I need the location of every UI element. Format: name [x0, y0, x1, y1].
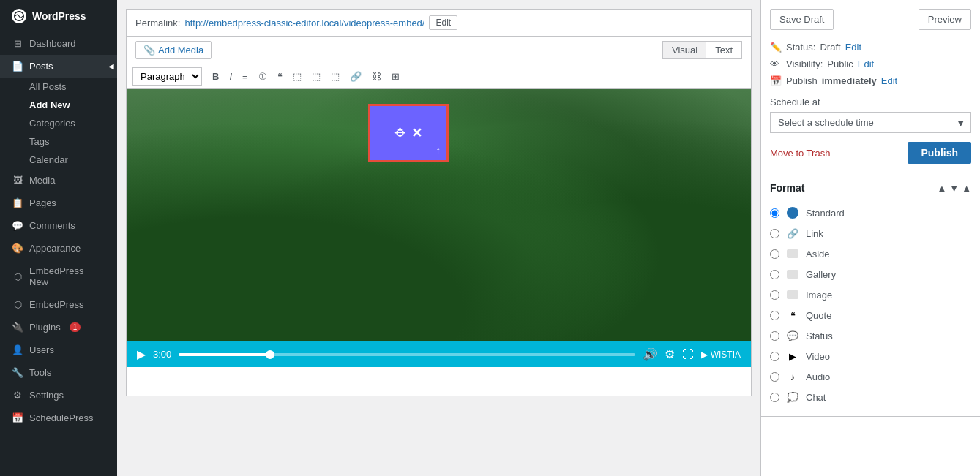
bold-button[interactable]: B	[208, 69, 223, 84]
play-button[interactable]: ▶	[137, 347, 146, 361]
users-icon: 👤	[12, 344, 23, 355]
sidebar-item-settings[interactable]: ⚙ Settings	[0, 384, 117, 407]
sidebar-item-embedpress-new[interactable]: ⬡ EmbedPress New	[0, 260, 117, 293]
format-label-aside: Aside	[806, 249, 830, 260]
sidebar-item-appearance[interactable]: 🎨 Appearance	[0, 237, 117, 260]
site-logo[interactable]: WordPress	[0, 0, 117, 32]
sidebar-item-comments[interactable]: 💬 Comments	[0, 214, 117, 237]
gallery-icon	[785, 267, 800, 282]
format-radio-standard[interactable]	[770, 208, 779, 218]
schedule-select[interactable]: Select a schedule time	[770, 112, 971, 133]
move-to-trash-link[interactable]: Move to Trash	[770, 148, 830, 159]
right-sidebar: Save Draft Preview ✏️ Status: Draft Edit…	[760, 0, 980, 476]
permalink-label: Permalink:	[135, 18, 180, 29]
embedpress-icon: ⬡	[12, 299, 23, 310]
quote-icon: ❝	[785, 308, 800, 322]
sidebar-item-users[interactable]: 👤 Users	[0, 339, 117, 361]
align-center-button[interactable]: ⬚	[307, 69, 325, 84]
add-new-label: Add New	[29, 99, 70, 110]
publish-button[interactable]: Publish	[908, 142, 971, 164]
sidebar-label-embedpress-new: EmbedPress New	[29, 265, 105, 287]
table-button[interactable]: ⊞	[387, 69, 404, 84]
plugins-icon: 🔌	[12, 322, 23, 333]
chat-icon: 💭	[785, 390, 800, 404]
sidebar-sub-calendar[interactable]: Calendar	[0, 151, 117, 169]
volume-button[interactable]: 🔊	[643, 347, 657, 361]
text-tab[interactable]: Text	[706, 42, 741, 58]
publish-panel-header: Save Draft Preview	[770, 9, 971, 30]
panel-close-button[interactable]: ▲	[962, 183, 971, 194]
unordered-list-button[interactable]: ≡	[238, 69, 253, 84]
italic-button[interactable]: I	[225, 69, 236, 84]
format-radio-link[interactable]	[770, 229, 779, 238]
visibility-edit-link[interactable]: Edit	[858, 58, 874, 69]
preview-button[interactable]: Preview	[919, 9, 971, 30]
visibility-icon: 👁	[770, 58, 782, 69]
sidebar-item-media[interactable]: 🖼 Media	[0, 169, 117, 192]
status-row: ✏️ Status: Draft Edit	[770, 39, 971, 56]
align-left-button[interactable]: ⬚	[288, 69, 306, 84]
status-edit-link[interactable]: Edit	[845, 42, 861, 53]
sidebar-item-plugins[interactable]: 🔌 Plugins 1	[0, 316, 117, 339]
link-format-icon: 🔗	[785, 226, 800, 241]
sidebar-label-dashboard: Dashboard	[29, 38, 76, 49]
add-media-toolbar: 📎 Add Media Visual Text	[126, 36, 752, 64]
embed-close-icon[interactable]: ✕	[411, 125, 422, 141]
schedule-select-wrap: Select a schedule time ▼	[770, 112, 971, 133]
paragraph-select[interactable]: Paragraph Heading 1 Heading 2	[132, 67, 202, 86]
progress-bar[interactable]	[179, 353, 635, 356]
align-right-button[interactable]: ⬚	[326, 69, 344, 84]
publish-panel: Save Draft Preview ✏️ Status: Draft Edit…	[761, 0, 980, 173]
standard-icon	[785, 205, 800, 220]
panel-controls: ▲ ▼ ▲	[937, 183, 971, 194]
panel-up-button[interactable]: ▲	[937, 183, 946, 194]
schedulepress-icon: 📅	[12, 412, 23, 423]
sidebar-item-schedulepress[interactable]: 📅 SchedulePress	[0, 407, 117, 429]
format-panel-title: Format	[770, 182, 804, 194]
fullscreen-button[interactable]: ⛶	[682, 348, 694, 361]
format-label-gallery: Gallery	[806, 269, 836, 280]
permalink-url[interactable]: http://embedpress-classic-editor.local/v…	[184, 18, 424, 29]
blockquote-button[interactable]: ❝	[273, 69, 287, 84]
sidebar-sub-add-new[interactable]: Add New	[0, 96, 117, 114]
save-draft-button[interactable]: Save Draft	[770, 9, 834, 30]
sidebar-label-posts: Posts	[29, 61, 53, 72]
sidebar-label-embedpress: EmbedPress	[29, 299, 83, 310]
add-media-icon: 📎	[143, 45, 155, 56]
format-radio-image[interactable]	[770, 290, 779, 300]
publish-time-label: Publish	[786, 75, 818, 86]
format-radio-audio[interactable]	[770, 372, 779, 382]
publish-time-edit-link[interactable]: Edit	[881, 75, 897, 86]
posts-arrow-icon: ◀	[105, 55, 117, 78]
sidebar-item-posts[interactable]: 📄 Posts ◀	[0, 55, 117, 78]
sidebar-item-dashboard[interactable]: ⊞ Dashboard	[0, 32, 117, 55]
sidebar-item-pages[interactable]: 📋 Pages	[0, 192, 117, 214]
format-option-aside: Aside	[770, 243, 971, 264]
sidebar-item-embedpress[interactable]: ⬡ EmbedPress	[0, 293, 117, 316]
format-radio-video[interactable]	[770, 352, 779, 361]
embed-widget-overlay[interactable]: ✥ ✕ ↑	[368, 104, 449, 162]
status-label: Status:	[786, 42, 815, 53]
sidebar-sub-categories[interactable]: Categories	[0, 114, 117, 132]
link-button[interactable]: 🔗	[345, 69, 366, 84]
appearance-icon: 🎨	[12, 243, 23, 254]
format-radio-quote[interactable]	[770, 311, 779, 320]
format-option-status: 💬 Status	[770, 325, 971, 346]
format-radio-status[interactable]	[770, 331, 779, 341]
sidebar-item-tools[interactable]: 🔧 Tools	[0, 361, 117, 384]
sidebar-sub-tags[interactable]: Tags	[0, 132, 117, 151]
add-media-button[interactable]: 📎 Add Media	[135, 41, 212, 59]
format-radio-aside[interactable]	[770, 249, 779, 259]
wistia-logo: ▶ WISTIA	[701, 350, 741, 360]
settings-button[interactable]: ⚙	[665, 347, 675, 361]
unlink-button[interactable]: ⛓	[367, 69, 386, 84]
format-radio-gallery[interactable]	[770, 270, 779, 279]
visual-tab[interactable]: Visual	[663, 42, 706, 58]
permalink-edit-button[interactable]: Edit	[429, 15, 457, 30]
audio-icon: ♪	[785, 369, 800, 384]
main-content: Permalink: http://embedpress-classic-edi…	[117, 0, 760, 476]
sidebar-sub-all-posts[interactable]: All Posts	[0, 78, 117, 96]
panel-down-button[interactable]: ▼	[949, 183, 959, 194]
format-radio-chat[interactable]	[770, 393, 779, 402]
ordered-list-button[interactable]: ①	[254, 69, 272, 84]
